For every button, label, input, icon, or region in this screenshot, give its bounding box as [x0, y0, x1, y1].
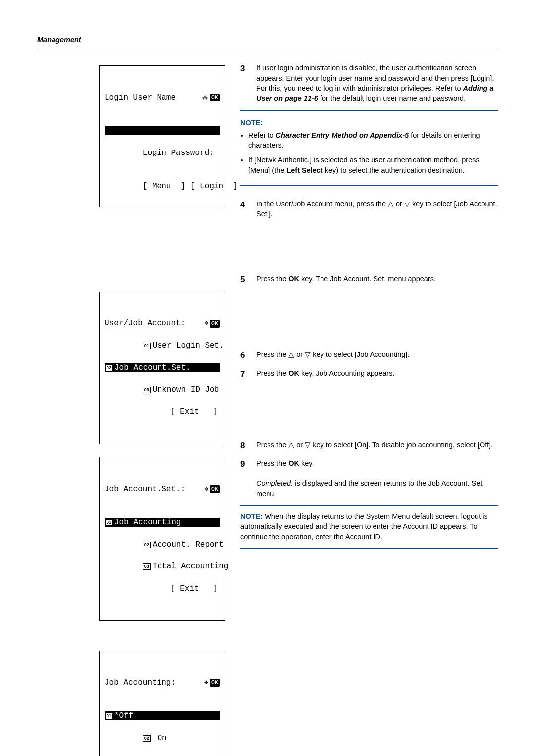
step-body: If user login administration is disabled…: [256, 63, 498, 103]
lcd4-title-row: Job Accounting: ✥ OK: [105, 677, 220, 688]
lcd2-item-3: 03Unknown ID Job: [143, 385, 219, 394]
lcd3-item-2: 02Account. Report: [143, 540, 224, 549]
lcd-user-job-account: User/Job Account: ✥ OK 01User Login Set.…: [99, 292, 225, 445]
ok-icon: OK: [210, 94, 220, 101]
lcd2-title-row: User/Job Account: ✥ OK: [105, 318, 220, 329]
compass-icon: ✥: [204, 319, 208, 328]
step-5: 5 Press the OK key. The Job Account. Set…: [240, 274, 498, 286]
step-8: 8 Press the △ or ▽ key to select [On]. T…: [240, 440, 498, 452]
step-body: Press the OK key. The Job Account. Set. …: [256, 274, 498, 286]
lcd-icons: ✥ OK: [204, 319, 220, 328]
step-9: 9 Press the OK key. Completed. is displa…: [240, 458, 498, 499]
step-num: 4: [240, 199, 247, 219]
lcd-icons: ✥ OK: [204, 678, 220, 687]
note-block-2: NOTE: When the display returns to the Sy…: [240, 505, 498, 549]
note-bullet-2: If [Netwk Authentic.] is selected as the…: [248, 155, 498, 175]
step-body: Press the △ or ▽ key to select [Job Acco…: [256, 350, 498, 361]
lcd-job-account-set: Job Account.Set.: ✥ OK 01Job Accounting …: [99, 457, 225, 621]
lcd4-item-2: 02 On: [143, 734, 167, 743]
step-body: In the User/Job Account menu, press the …: [256, 199, 498, 219]
link-char-entry[interactable]: Character Entry Method on Appendix-5: [276, 131, 409, 139]
lcd2-exit: [ Exit ]: [105, 406, 220, 417]
note-bullets: Refer to Character Entry Method on Appen…: [240, 130, 498, 175]
page: Management Login User Name ⁂ OK Login Pa…: [0, 0, 535, 756]
right-column: 3 If user login administration is disabl…: [240, 63, 498, 756]
lcd3-title-row: Job Account.Set.: ✥ OK: [105, 484, 220, 495]
lcd2-item-2-selected: 02Job Account.Set.: [105, 363, 220, 372]
step-7: 7 Press the OK key. Job Accounting appea…: [240, 368, 498, 380]
num-badge: 02: [143, 542, 151, 548]
ok-icon: OK: [210, 320, 220, 328]
lcd-login-login-soft: [ Login ]: [190, 182, 238, 191]
lcd3-exit: [ Exit ]: [105, 583, 220, 594]
content-columns: Login User Name ⁂ OK Login Password: [ M…: [37, 63, 498, 756]
ok-icon: OK: [210, 485, 220, 493]
num-badge: 01: [106, 713, 112, 719]
compass-icon: ✥: [204, 485, 208, 494]
note-title: NOTE:: [240, 118, 498, 128]
lcd-login: Login User Name ⁂ OK Login Password: [ M…: [99, 65, 225, 207]
lcd3-item-1-selected: 01Job Accounting: [105, 518, 220, 527]
note-bullet-1: Refer to Character Entry Method on Appen…: [248, 130, 498, 151]
num-badge: 02: [106, 365, 112, 371]
num-badge: 03: [143, 387, 151, 393]
ok-icon: OK: [210, 679, 220, 687]
step-3: 3 If user login administration is disabl…: [240, 63, 498, 103]
step-body: Press the OK key. Completed. is displaye…: [256, 458, 498, 499]
num-badge: 01: [106, 520, 112, 525]
step-num: 5: [240, 274, 247, 286]
num-badge: 03: [143, 563, 151, 570]
lcd-login-title: Login User Name: [105, 92, 176, 103]
note-body: When the display returns to the System M…: [240, 512, 488, 541]
step-num: 6: [240, 350, 247, 361]
step-4: 4 In the User/Job Account menu, press th…: [240, 199, 498, 219]
step-body: Press the △ or ▽ key to select [On]. To …: [256, 440, 498, 452]
lcd4-item-1-selected: 01*Off: [105, 711, 220, 720]
lcd3-title: Job Account.Set.:: [105, 484, 185, 495]
note-block-1: NOTE: Refer to Character Entry Method on…: [240, 110, 498, 186]
section-title: Management: [37, 36, 81, 44]
step-num: 3: [240, 63, 247, 103]
note-label: NOTE:: [240, 512, 263, 520]
lcd-icons: ✥ OK: [204, 485, 220, 494]
lcd-icons: ⁂ OK: [202, 94, 220, 101]
num-badge: 02: [143, 735, 151, 742]
num-badge: 01: [143, 343, 151, 349]
step-num: 7: [240, 368, 247, 380]
lcd-login-input-bar: [105, 126, 220, 135]
lcd-login-title-row: Login User Name ⁂ OK: [105, 92, 220, 103]
lcd-job-accounting: Job Accounting: ✥ OK 01*Off 02 On: [99, 651, 225, 756]
section-header: Management: [37, 35, 498, 48]
compass-icon: ✥: [204, 678, 208, 687]
lcd3-item-3: 03Total Accounting: [143, 562, 229, 571]
left-column: Login User Name ⁂ OK Login Password: [ M…: [37, 63, 225, 756]
lcd4-title: Job Accounting:: [105, 677, 176, 688]
step-6: 6 Press the △ or ▽ key to select [Job Ac…: [240, 350, 498, 361]
step-num: 8: [240, 440, 247, 452]
lcd-login-password-label: Login Password:: [143, 149, 214, 157]
compass-dots-icon: ⁂: [202, 94, 208, 101]
lcd-login-menu-soft: [ Menu ]: [143, 182, 185, 191]
lcd2-item-1: 01User Login Set.: [143, 341, 224, 350]
lcd2-title: User/Job Account:: [105, 318, 185, 329]
step-body: Press the OK key. Job Accounting appears…: [256, 368, 498, 380]
step-num: 9: [240, 458, 247, 499]
